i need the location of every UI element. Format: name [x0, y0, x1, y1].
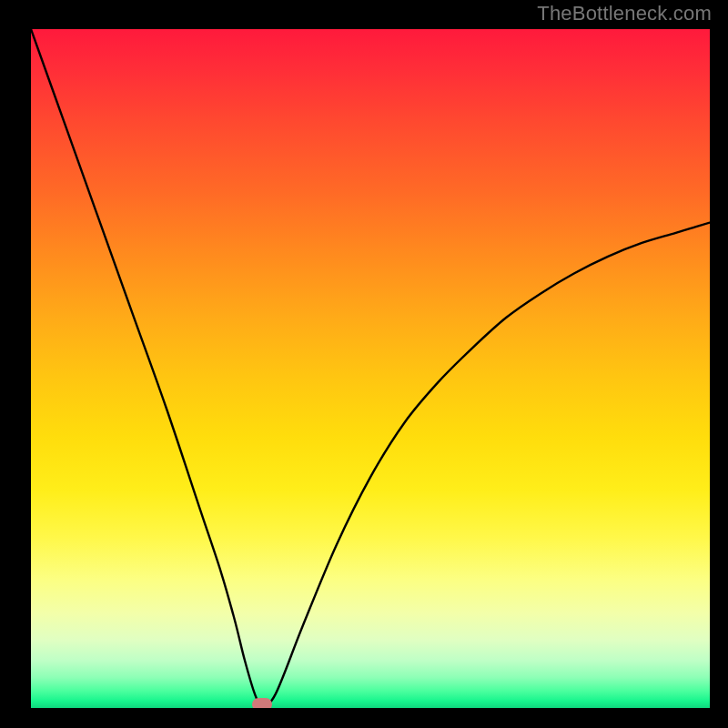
optimal-marker	[252, 698, 272, 708]
bottleneck-curve	[31, 29, 710, 708]
plot-area	[31, 29, 710, 708]
curve-path	[31, 29, 710, 705]
source-attribution: TheBottleneck.com	[537, 2, 712, 25]
chart-frame: TheBottleneck.com	[0, 0, 728, 728]
